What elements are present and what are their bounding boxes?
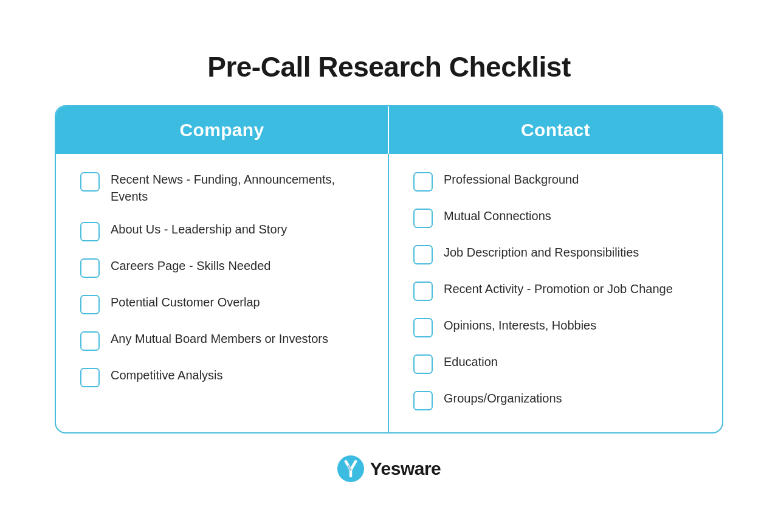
checkbox[interactable] xyxy=(413,209,433,228)
checkbox[interactable] xyxy=(80,331,100,351)
checkbox[interactable] xyxy=(413,318,433,337)
list-item: Recent Activity - Promotion or Job Chang… xyxy=(413,280,698,301)
company-header: Company xyxy=(56,106,389,154)
item-text: Competitive Analysis xyxy=(111,367,223,384)
page-title: Pre-Call Research Checklist xyxy=(207,50,571,83)
list-item: Recent News - Funding, Announcements, Ev… xyxy=(80,171,363,205)
item-text: Education xyxy=(444,353,498,370)
footer: Yesware xyxy=(337,455,441,482)
list-item: Mutual Connections xyxy=(413,207,698,228)
checkbox[interactable] xyxy=(80,172,100,192)
yesware-brand-name: Yesware xyxy=(370,458,441,479)
item-text: About Us - Leadership and Story xyxy=(111,221,287,238)
checkbox[interactable] xyxy=(80,258,100,278)
item-text: Mutual Connections xyxy=(444,207,551,224)
item-text: Careers Page - Skills Needed xyxy=(111,257,270,274)
list-item: Potential Customer Overlap xyxy=(80,294,363,314)
item-text: Recent Activity - Promotion or Job Chang… xyxy=(444,280,673,297)
header-row: Company Contact xyxy=(56,106,722,154)
list-item: Job Description and Responsibilities xyxy=(413,244,698,264)
list-item: Groups/Organizations xyxy=(413,390,698,410)
checkbox[interactable] xyxy=(413,172,433,192)
contact-header: Contact xyxy=(389,106,722,154)
item-text: Recent News - Funding, Announcements, Ev… xyxy=(111,171,363,205)
list-item: Competitive Analysis xyxy=(80,367,363,387)
checklist-container: Company Contact Recent News - Funding, A… xyxy=(55,105,723,434)
list-item: Careers Page - Skills Needed xyxy=(80,257,363,278)
checkbox[interactable] xyxy=(413,391,433,410)
list-item: About Us - Leadership and Story xyxy=(80,221,363,241)
item-text: Job Description and Responsibilities xyxy=(444,244,639,261)
item-text: Any Mutual Board Members or Investors xyxy=(111,330,328,347)
item-text: Professional Background xyxy=(444,171,579,188)
checkbox[interactable] xyxy=(80,222,100,241)
company-column: Recent News - Funding, Announcements, Ev… xyxy=(56,154,389,432)
checkbox[interactable] xyxy=(413,245,433,264)
yesware-logo: Yesware xyxy=(337,455,441,482)
yesware-icon xyxy=(337,455,364,482)
checkbox[interactable] xyxy=(80,368,100,387)
list-item: Professional Background xyxy=(413,171,698,192)
item-text: Opinions, Interests, Hobbies xyxy=(444,317,596,334)
list-item: Any Mutual Board Members or Investors xyxy=(80,330,363,351)
list-item: Opinions, Interests, Hobbies xyxy=(413,317,698,337)
item-text: Potential Customer Overlap xyxy=(111,294,260,311)
contact-column: Professional BackgroundMutual Connection… xyxy=(389,154,722,432)
body-row: Recent News - Funding, Announcements, Ev… xyxy=(56,154,722,432)
list-item: Education xyxy=(413,353,698,374)
checkbox[interactable] xyxy=(413,282,433,301)
checkbox[interactable] xyxy=(413,354,433,374)
item-text: Groups/Organizations xyxy=(444,390,562,407)
checkbox[interactable] xyxy=(80,295,100,314)
